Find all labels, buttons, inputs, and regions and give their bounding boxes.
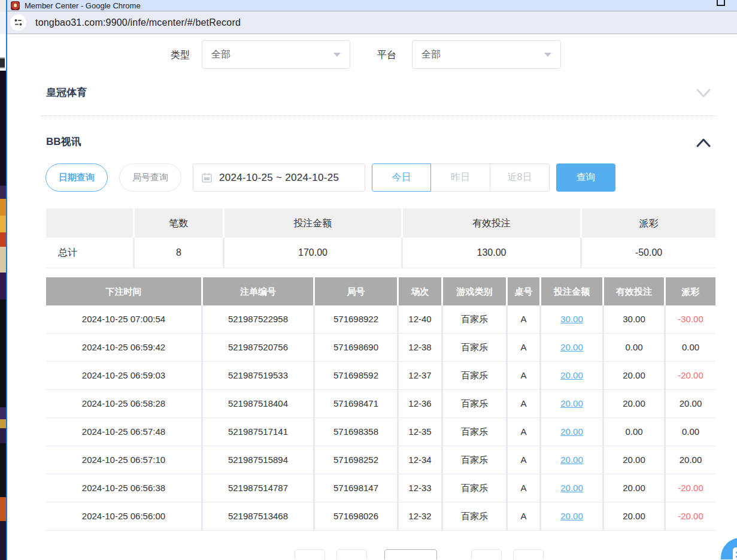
cell-table-id: A <box>508 474 539 502</box>
cell-round-id: 571698358 <box>315 418 397 446</box>
cell-bet-amount: 20.00 <box>541 503 602 530</box>
last-page-button[interactable]: » <box>513 549 544 559</box>
search-button[interactable]: 查询 <box>556 164 615 192</box>
cell-bet-time: 2024-10-25 06:57:48 <box>46 418 201 446</box>
page-content: 类型 全部 平台 全部 皇冠体育 BB视讯 日期查询 局号查 <box>7 34 737 559</box>
address-url[interactable]: tongbao31.com:9900/infe/mcenter/#/betRec… <box>35 17 241 28</box>
cell-round-id: 571698471 <box>315 390 397 417</box>
cell-bet-amount: 20.00 <box>541 418 602 446</box>
window-title: Member Center - Google Chrome <box>25 1 141 10</box>
bet-amount-link[interactable]: 20.00 <box>541 362 602 389</box>
next-page-button[interactable]: › <box>471 549 502 559</box>
round-query-tab[interactable]: 局号查询 <box>119 164 181 192</box>
cell-valid-bet: 20.00 <box>604 362 664 389</box>
bet-amount-link[interactable]: 20.00 <box>541 503 602 530</box>
cell-game-type: 百家乐 <box>443 446 506 474</box>
cell-game-type: 百家乐 <box>443 305 506 333</box>
cell-order-id: 521987518404 <box>203 390 313 417</box>
summary-header-cell <box>46 208 133 238</box>
summary-total-label: 总计 <box>46 238 133 268</box>
today-button[interactable]: 今日 <box>372 164 431 192</box>
quick-range-group: 今日 昨日 近8日 <box>372 164 550 192</box>
platform-filter-label: 平台 <box>377 49 396 62</box>
summary-bet-amount: 170.00 <box>225 238 401 268</box>
page-input[interactable] <box>384 549 437 559</box>
cell-bet-amount: 20.00 <box>541 390 602 417</box>
cell-table-id: A <box>508 334 539 361</box>
yesterday-button[interactable]: 昨日 <box>431 164 490 192</box>
table-header-cell: 桌号 <box>508 277 539 305</box>
cell-bet-amount: 20.00 <box>541 334 602 361</box>
bet-amount-link[interactable]: 20.00 <box>541 446 602 474</box>
summary-header-cell: 笔数 <box>135 208 223 238</box>
service-form-icon <box>733 547 737 559</box>
table-header-cell: 注单编号 <box>203 277 313 305</box>
section-divider <box>41 116 716 116</box>
table-header-cell: 局号 <box>315 277 397 305</box>
cell-session: 12-37 <box>399 362 441 389</box>
cell-valid-bet: 20.00 <box>604 503 664 530</box>
table-row: 2024-10-25 06:57:10521987515894571698252… <box>46 446 715 474</box>
cell-table-id: A <box>508 503 539 530</box>
cell-round-id: 571698592 <box>315 362 397 389</box>
records-table: 下注时间注单编号局号场次游戏类别桌号投注金额有效投注派彩 2024-10-25 … <box>46 277 715 531</box>
cell-order-id: 521987522958 <box>203 305 313 333</box>
cell-order-id: 521987514787 <box>203 474 313 502</box>
cell-valid-bet: 20.00 <box>604 446 664 474</box>
cell-payout: -30.00 <box>666 305 715 333</box>
cell-order-id: 521987517141 <box>203 418 313 446</box>
bet-amount-link[interactable]: 20.00 <box>541 418 602 446</box>
cell-game-type: 百家乐 <box>443 334 506 361</box>
cell-session: 12-32 <box>399 503 441 530</box>
table-header-cell: 派彩 <box>666 277 715 305</box>
cell-round-id: 571698690 <box>315 334 397 361</box>
cell-order-id: 521987513468 <box>203 503 313 530</box>
cell-bet-amount: 20.00 <box>541 446 602 474</box>
table-header-cell: 场次 <box>399 277 441 305</box>
summary-payout: -50.00 <box>582 238 715 268</box>
bet-amount-link[interactable]: 20.00 <box>541 390 602 417</box>
cell-bet-time: 2024-10-25 07:00:54 <box>46 305 201 333</box>
summary-valid-bet: 130.00 <box>403 238 580 268</box>
customer-service-button[interactable] <box>721 538 737 559</box>
bet-amount-link[interactable]: 30.00 <box>541 305 602 333</box>
summary-header-row: 笔数投注金额有效投注派彩 <box>46 208 715 238</box>
bet-amount-link[interactable]: 20.00 <box>541 474 602 502</box>
platform-select-value: 全部 <box>421 49 544 61</box>
type-select[interactable]: 全部 <box>202 40 350 69</box>
summary-table: 笔数投注金额有效投注派彩 总计 8 170.00 130.00 -50.00 <box>46 208 715 268</box>
cell-bet-amount: 30.00 <box>541 305 602 333</box>
cell-bet-amount: 20.00 <box>541 474 602 502</box>
last8days-button[interactable]: 近8日 <box>490 164 550 192</box>
table-header-row: 下注时间注单编号局号场次游戏类别桌号投注金额有效投注派彩 <box>46 277 715 305</box>
background-app-icon <box>0 57 5 68</box>
maximize-icon[interactable] <box>717 0 725 6</box>
background-desktop-strip <box>0 0 6 560</box>
cell-bet-time: 2024-10-25 06:57:10 <box>46 446 201 474</box>
section-title-sports: 皇冠体育 <box>46 86 87 99</box>
site-settings-icon[interactable] <box>10 14 26 31</box>
platform-select[interactable]: 全部 <box>412 40 561 69</box>
chevron-down-icon[interactable] <box>696 87 711 100</box>
date-query-tab[interactable]: 日期查询 <box>46 164 108 192</box>
section-title-bb: BB视讯 <box>46 135 81 149</box>
cell-valid-bet: 0.00 <box>604 334 664 361</box>
cell-valid-bet: 20.00 <box>604 390 664 417</box>
table-row: 2024-10-25 06:57:48521987517141571698358… <box>46 418 715 446</box>
cell-round-id: 571698252 <box>315 446 397 474</box>
cell-payout: -20.00 <box>666 474 715 502</box>
first-page-button[interactable]: « <box>295 549 325 559</box>
screen: Member Center - Google Chrome tongbao31.… <box>0 0 737 560</box>
chevron-up-icon[interactable] <box>696 136 711 149</box>
bet-amount-link[interactable]: 20.00 <box>541 334 602 361</box>
cell-game-type: 百家乐 <box>443 474 506 502</box>
cell-session: 12-34 <box>399 446 441 474</box>
type-select-value: 全部 <box>211 49 333 61</box>
summary-header-cell: 投注金额 <box>225 208 401 238</box>
prev-page-button[interactable]: ‹ <box>336 549 367 559</box>
table-row: 2024-10-25 06:56:00521987513468571698026… <box>46 503 715 530</box>
date-range-input[interactable]: 2024-10-25 ~ 2024-10-25 <box>193 164 365 192</box>
cell-game-type: 百家乐 <box>443 503 506 530</box>
summary-header-cell: 有效投注 <box>403 208 580 238</box>
table-row: 2024-10-25 07:00:54521987522958571698922… <box>46 305 715 333</box>
